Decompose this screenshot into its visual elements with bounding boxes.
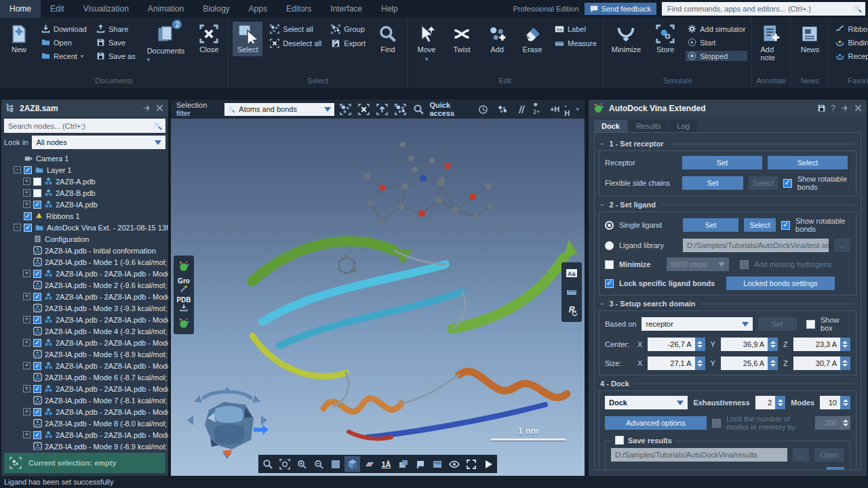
library-path-input[interactable]: D:/Samples/Tutorials/AutoDockVina/test-s…: [683, 239, 829, 252]
tree-node[interactable]: 2AZ8-IA.pdb - Mode 1 (-9.6 kcal/mol; 0.0…: [1, 256, 168, 268]
visibility-checkbox[interactable]: [24, 212, 32, 220]
exhaustiveness-spinner[interactable]: 2: [755, 396, 786, 409]
pin-icon[interactable]: [142, 104, 151, 113]
show-rotatable-bonds-checkbox-2[interactable]: [781, 221, 790, 230]
menu-biology[interactable]: Biology: [193, 0, 239, 18]
library-browse-button[interactable]: ...: [834, 239, 850, 252]
visibility-checkbox[interactable]: [33, 316, 41, 324]
stopped-button[interactable]: Stopped: [686, 51, 747, 61]
search-nodes-input[interactable]: [4, 119, 165, 133]
expand-toggle-icon[interactable]: +: [23, 201, 31, 208]
autodock-vina-icon[interactable]: [175, 258, 193, 275]
center-y-spinner[interactable]: 36,9 A: [721, 338, 778, 351]
remove-hydrogen-button[interactable]: -H: [564, 101, 571, 117]
section-3-header[interactable]: −3 - Setup search domain: [600, 300, 855, 308]
receptor-set-button[interactable]: Set: [682, 156, 762, 169]
tree-node[interactable]: Configuration: [1, 233, 168, 245]
tree-node[interactable]: Ribbons 1: [1, 210, 168, 222]
tree-node[interactable]: 2AZ8-IA.pdb - Mode 2 (-9.6 kcal/mol; 2.3…: [1, 279, 168, 291]
expand-toggle-icon[interactable]: +: [23, 385, 31, 392]
tab-log[interactable]: Log: [670, 120, 697, 132]
tree-node[interactable]: 2AZ8-IA.pdb - Mode 8 (-8.0 kcal/mol; 6.3…: [1, 418, 168, 429]
tab-dock[interactable]: Dock: [594, 120, 627, 132]
deselect-all-button[interactable]: Deselect all: [268, 38, 323, 49]
tree-node[interactable]: 2AZ8-IA.pdb - Mode 6 (-8.7 kcal/mol; 4.3…: [1, 371, 168, 383]
expand-toggle-icon[interactable]: +: [23, 362, 31, 369]
favorite-ribbons-button[interactable]: Ribbons: [833, 24, 868, 34]
pdb-download-button[interactable]: PDB: [175, 296, 193, 313]
minimize-button[interactable]: Minimize: [608, 22, 645, 56]
tree-node[interactable]: +2AZ8-IA.pdb - 2AZ8-IA.pdb - Mode 2 (-9.…: [1, 291, 168, 302]
panel-icon[interactable]: [429, 456, 445, 472]
expand-toggle-icon[interactable]: +: [23, 339, 31, 346]
tree-node[interactable]: +2AZ8-IA.pdb: [1, 199, 168, 210]
tree-node[interactable]: 2AZ8-IA.pdb - Mode 5 (-8.9 kcal/mol; 3.5…: [1, 348, 168, 360]
select-all-button[interactable]: Select all: [268, 24, 323, 35]
results-settings-button[interactable]: [827, 467, 844, 470]
documents-button[interactable]: 2 Documents ▾: [143, 22, 189, 66]
menu-interface[interactable]: Interface: [321, 0, 372, 18]
fullscreen-icon[interactable]: [463, 456, 479, 472]
expand-toggle-icon[interactable]: -: [14, 166, 21, 174]
look-in-dropdown[interactable]: All nodes: [32, 136, 165, 149]
save-button[interactable]: Save: [94, 37, 138, 47]
tree-node[interactable]: +2AZ8-IA.pdb - 2AZ8-IA.pdb - Mode 7 (-8.…: [1, 406, 168, 418]
size-x-spinner[interactable]: 27,1 A: [648, 357, 705, 370]
visibility-checkbox[interactable]: [33, 362, 41, 370]
visibility-checkbox[interactable]: [33, 385, 41, 393]
domain-set-button[interactable]: Set: [758, 317, 797, 331]
measure-button[interactable]: Measure: [553, 38, 599, 49]
expand-toggle-icon[interactable]: +: [23, 189, 31, 197]
menu-edit[interactable]: Edit: [41, 0, 74, 18]
lock-bonds-checkbox[interactable]: [605, 279, 614, 288]
expand-toggle-icon[interactable]: +: [23, 408, 31, 415]
select-up-tool-button[interactable]: [375, 102, 389, 117]
minimize-checkbox[interactable]: [605, 260, 614, 269]
deselect-tool-button[interactable]: [357, 102, 371, 117]
presentation-icon[interactable]: [412, 456, 428, 472]
eye-icon[interactable]: [446, 456, 462, 472]
orientation-cube-icon[interactable]: [344, 456, 360, 472]
tree-node[interactable]: +2AZ8-A.pdb: [1, 176, 168, 187]
visibility-checkbox[interactable]: [33, 201, 41, 209]
expand-toggle-icon[interactable]: +: [23, 178, 31, 185]
unit-scale-icon[interactable]: 1Å: [378, 456, 394, 472]
tree-node[interactable]: +2AZ8-IA.pdb - 2AZ8-IA.pdb - Mode 8 (-8.…: [1, 429, 168, 441]
add-hydrogens-checkbox[interactable]: [740, 260, 749, 269]
camera-copy-icon[interactable]: [395, 456, 411, 472]
ground-plane-icon[interactable]: [361, 456, 377, 472]
selection-filter-dropdown[interactable]: Atoms and bonds: [224, 103, 334, 116]
select-button[interactable]: Select: [233, 22, 262, 56]
menu-editors[interactable]: Editors: [277, 0, 321, 18]
dock-mode-dropdown[interactable]: Dock: [605, 396, 688, 409]
modes-spinner[interactable]: 10: [820, 396, 850, 409]
favorite-binding-sites-button[interactable]: Binding sites: [833, 37, 868, 47]
erase-button[interactable]: Erase: [517, 22, 547, 56]
center-z-spinner[interactable]: 23,3 A: [793, 338, 850, 351]
add-button[interactable]: Add: [482, 22, 512, 56]
visibility-checkbox[interactable]: [33, 339, 41, 347]
measure-tool-button[interactable]: [563, 283, 580, 301]
menu-animation[interactable]: Animation: [138, 0, 193, 18]
tree-node[interactable]: 2AZ8-IA.pdb - Mode 4 (-9.2 kcal/mol; 5.6…: [1, 325, 168, 337]
size-z-spinner[interactable]: 30,7 A: [793, 357, 850, 370]
current-selection-bar[interactable]: Current selection: empty: [4, 453, 165, 473]
locked-bonds-settings-button[interactable]: Locked bonds settings: [726, 277, 835, 290]
flexible-select-button[interactable]: Select: [749, 176, 778, 190]
find-button[interactable]: Find: [373, 22, 403, 56]
tab-results[interactable]: Results: [629, 120, 669, 132]
twist-button[interactable]: Twist: [447, 22, 477, 56]
rotate-tool-button[interactable]: R: [563, 302, 580, 320]
add-to-selection-tool-button[interactable]: [393, 102, 408, 117]
menu-visualization[interactable]: Visualization: [74, 0, 138, 18]
steps-dropdown[interactable]: 5000 steps: [667, 258, 729, 271]
ligand-set-button[interactable]: Set: [683, 218, 738, 232]
tree-node[interactable]: -AutoDock Vina Ext. - 2021-08-15 13h51m3…: [1, 222, 168, 233]
move-button[interactable]: Move▾: [412, 22, 441, 65]
select-all-tool-button[interactable]: [338, 102, 353, 117]
tree-node[interactable]: -Layer 1: [1, 164, 168, 176]
visibility-checkbox[interactable]: [33, 408, 41, 416]
tree-node[interactable]: +2AZ8-IA.pdb - 2AZ8-IA.pdb - Mode 5 (-8.…: [1, 360, 168, 371]
favorite-receptors-button[interactable]: Receptors: [833, 51, 868, 61]
history-clock-icon[interactable]: [476, 102, 490, 117]
